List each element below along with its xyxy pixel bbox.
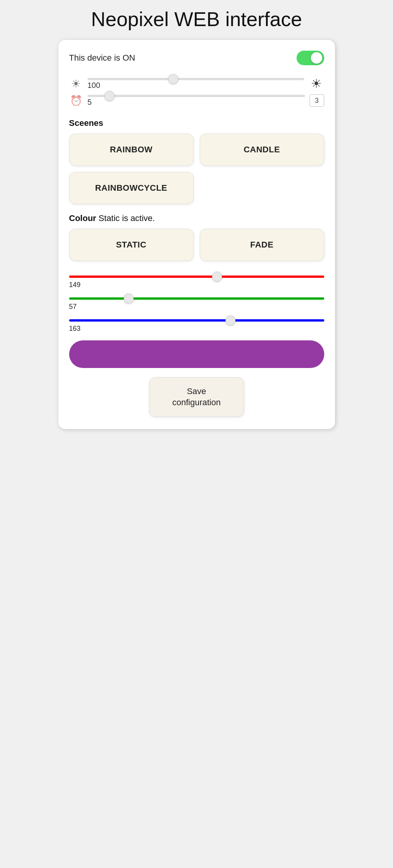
brightness-slider[interactable]: [88, 78, 304, 80]
timer-icon: ⏰: [69, 94, 83, 107]
timer-badge: 3: [310, 94, 324, 107]
device-toggle-row: This device is ON: [69, 51, 324, 65]
sun-dim-icon: ☀: [69, 77, 83, 91]
green-value: 57: [69, 303, 324, 311]
scenes-grid: RAINBOW CANDLE: [69, 134, 324, 166]
scenes-label: Sceenes: [69, 118, 324, 128]
colour-button-static[interactable]: STATIC: [69, 229, 194, 261]
scenes-empty-slot: [200, 172, 324, 204]
device-status-label: This device is ON: [69, 53, 135, 63]
blue-slider[interactable]: [69, 319, 324, 322]
timer-slider-wrapper: 5: [88, 95, 305, 107]
device-power-toggle[interactable]: [297, 51, 324, 65]
red-slider[interactable]: [69, 276, 324, 278]
scene-button-candle[interactable]: CANDLE: [200, 134, 324, 166]
timer-slider[interactable]: [88, 95, 305, 97]
timer-row: ⏰ 5 3: [69, 94, 324, 107]
green-row: 57: [69, 294, 324, 311]
page-title: Neopixel WEB interface: [0, 8, 393, 31]
brightness-value: 100: [88, 81, 304, 90]
colour-grid: STATIC FADE: [69, 229, 324, 261]
red-row: 149: [69, 272, 324, 289]
blue-row: 163: [69, 316, 324, 333]
colour-button-fade[interactable]: FADE: [200, 229, 324, 261]
colour-label-bold: Colour: [69, 213, 96, 223]
timer-value: 5: [88, 98, 305, 107]
red-value: 149: [69, 281, 324, 289]
colour-status-label: Colour Static is active.: [69, 213, 324, 223]
main-card: This device is ON ☀ 100 ☀ ⏰ 5 3 Sceenes …: [58, 40, 335, 429]
rgb-section: 149 57 163: [69, 272, 324, 333]
scene-button-rainbow[interactable]: RAINBOW: [69, 134, 194, 166]
save-button-row: Saveconfiguration: [69, 377, 324, 417]
blue-value: 163: [69, 325, 324, 333]
save-configuration-button[interactable]: Saveconfiguration: [149, 377, 244, 417]
scene-button-rainbowcycle[interactable]: RAINBOWCYCLE: [69, 172, 194, 204]
color-preview-bar: [69, 340, 324, 368]
scenes-single-row: RAINBOWCYCLE: [69, 172, 324, 204]
brightness-row: ☀ 100 ☀: [69, 76, 324, 91]
green-slider[interactable]: [69, 297, 324, 300]
sun-bright-icon: ☀: [309, 76, 324, 91]
colour-label-rest: Static is active.: [96, 213, 155, 223]
brightness-slider-wrapper: 100: [88, 78, 304, 90]
toggle-thumb: [311, 52, 322, 64]
